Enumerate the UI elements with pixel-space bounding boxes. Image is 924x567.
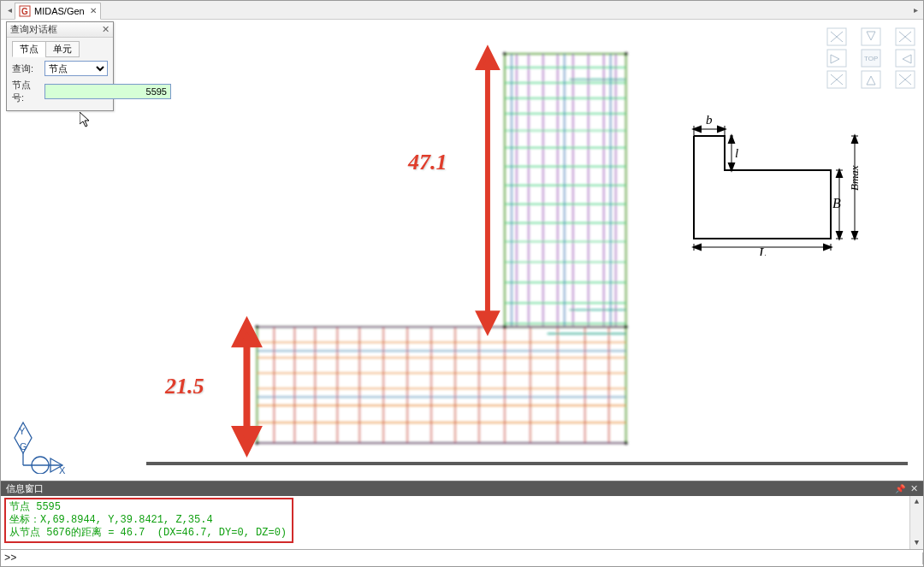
dialog-title: 查询对话框 [10, 23, 57, 36]
section-B: B [832, 196, 841, 210]
info-line-2: 坐标：X,69.8944, Y,39.8421, Z,35.4 [9, 514, 213, 526]
svg-point-58 [503, 52, 506, 56]
svg-rect-29 [257, 327, 625, 443]
svg-point-64 [625, 441, 628, 445]
svg-point-61 [625, 325, 628, 328]
svg-marker-69 [236, 323, 257, 344]
info-line-3: 从节点 5676的距离 = 46.7 (DX=46.7, DY=0, DZ=0) [9, 527, 287, 539]
svg-marker-66 [479, 50, 496, 68]
canvas-baseline [146, 462, 908, 465]
svg-marker-95 [824, 245, 831, 250]
command-prompt: >> [4, 552, 16, 564]
node-number-input[interactable] [44, 84, 171, 99]
view-navigator[interactable]: TOP [826, 27, 916, 90]
document-tabbar: ◂ G MIDAS/Gen ✕ ▸ [1, 1, 923, 20]
svg-rect-106 [862, 71, 880, 88]
dialog-tabs: 节点 单元 [12, 41, 108, 57]
svg-point-60 [503, 325, 506, 328]
dialog-titlebar[interactable]: 查询对话框 ✕ [7, 22, 113, 38]
info-window-title: 信息窗口 [6, 482, 44, 495]
command-bar: >> [1, 549, 923, 566]
close-icon[interactable]: ✕ [910, 483, 918, 494]
midas-app-icon: G [19, 5, 31, 17]
ucs-x: X [59, 465, 66, 474]
pin-icon[interactable]: 📌 [895, 484, 905, 493]
svg-rect-2 [505, 54, 626, 327]
dialog-tab-node[interactable]: 节点 [12, 41, 45, 57]
svg-text:G: G [21, 7, 28, 16]
svg-rect-100 [862, 28, 880, 45]
info-highlight-box: 节点 5595 坐标：X,69.8944, Y,39.8421, Z,35.4 … [4, 498, 293, 543]
svg-point-62 [255, 325, 258, 328]
section-Bmax: Bmax [848, 165, 861, 191]
query-dialog: 查询对话框 ✕ 节点 单元 查询: 节点 节点号: [6, 21, 114, 111]
command-separator [922, 552, 923, 564]
svg-marker-85 [837, 232, 842, 239]
query-type-select[interactable]: 节点 [44, 61, 108, 76]
tabbar-next[interactable]: ▸ [911, 3, 923, 18]
svg-point-63 [255, 441, 258, 445]
command-input[interactable] [16, 552, 823, 564]
svg-marker-75 [694, 127, 701, 132]
scroll-up-icon[interactable]: ▲ [911, 496, 923, 508]
viewcube-top: TOP [864, 55, 878, 62]
info-line-1: 节点 5595 [9, 501, 61, 513]
dialog-tab-element[interactable]: 单元 [45, 41, 80, 57]
section-L: L [758, 245, 767, 256]
ucs-y: Y [19, 426, 26, 436]
svg-marker-70 [236, 429, 257, 450]
svg-marker-90 [852, 232, 857, 239]
section-b: b [706, 113, 713, 127]
tabbar-prev[interactable]: ◂ [4, 3, 15, 18]
document-tab-midasgen[interactable]: G MIDAS/Gen ✕ [15, 3, 101, 20]
ucs-g: G [20, 441, 27, 452]
svg-marker-79 [729, 136, 734, 143]
svg-marker-94 [694, 245, 701, 250]
info-scrollbar[interactable]: ▲ ▼ [909, 496, 923, 549]
node-number-label: 节点号: [12, 79, 41, 104]
svg-point-59 [625, 52, 628, 56]
svg-marker-80 [729, 163, 734, 170]
info-window: 信息窗口 📌 ✕ 节点 5595 坐标：X,69.8944, Y,39.8421… [1, 481, 923, 549]
document-tab-title: MIDAS/Gen [34, 6, 85, 16]
close-icon[interactable]: ✕ [102, 24, 110, 35]
svg-marker-74 [718, 127, 725, 132]
info-window-titlebar[interactable]: 信息窗口 📌 ✕ [1, 481, 923, 496]
section-l: l [735, 146, 738, 160]
close-icon[interactable]: ✕ [90, 6, 97, 15]
model-workspace: 47.1 21.5 [1, 20, 923, 481]
section-diagram: b l B Bmax L [684, 110, 863, 256]
scroll-down-icon[interactable]: ▼ [911, 537, 923, 549]
info-window-content[interactable]: 节点 5595 坐标：X,69.8944, Y,39.8421, Z,35.4 … [1, 496, 923, 549]
ucs-icon: Y G X [13, 421, 68, 474]
svg-marker-89 [852, 136, 857, 143]
svg-marker-84 [837, 170, 842, 177]
query-label: 查询: [12, 62, 41, 75]
